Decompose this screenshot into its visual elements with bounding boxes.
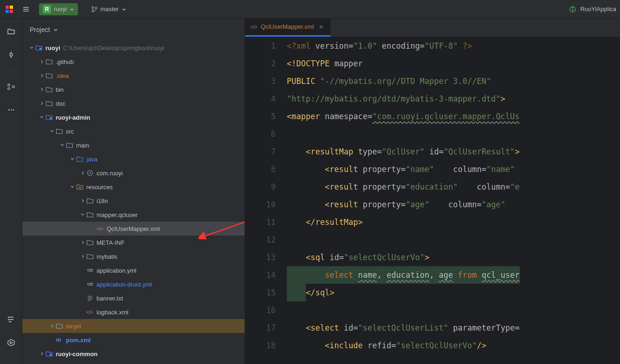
code-line[interactable]: <?xml version="1.0" encoding="UTF-8" ?> [287,37,620,55]
tree-row[interactable]: </>logback.xml [22,305,245,319]
svg-text:</>: </> [251,25,257,30]
tree-row[interactable]: resources [22,180,245,194]
tree-row[interactable]: banner.txt [22,291,245,305]
code-line[interactable] [287,231,620,249]
svg-point-16 [13,109,14,111]
project-panel: Project ruoyiC:\Users\qcl\Desktop\spring… [22,19,245,364]
tree-row[interactable]: META-INF [22,236,245,249]
svg-text:</>: </> [97,226,103,231]
svg-point-27 [90,269,93,272]
svg-point-26 [88,269,90,272]
chevron-down-icon [122,7,126,12]
svg-marker-18 [10,342,13,344]
xml-file-icon: </> [251,24,257,30]
project-tool-button[interactable] [4,24,19,39]
code-line[interactable]: </sql> [287,284,620,301]
code-line[interactable]: <result property="age" column="age" [287,196,620,213]
tree-row[interactable]: .idea [22,69,245,83]
svg-text:m: m [56,337,61,343]
editor-area: </> QclUserMapper.xml 123456789101112131… [245,19,620,364]
tree-row[interactable]: mybatis [22,249,245,263]
code-line[interactable]: </resultMap> [287,213,620,231]
branch-icon [91,6,97,13]
svg-rect-12 [8,88,10,89]
svg-rect-1 [6,6,9,9]
code-line[interactable]: select name, education, age from qcl_use… [287,266,620,284]
svg-rect-2 [10,6,13,9]
svg-rect-19 [39,48,41,50]
tree-row[interactable]: doc [22,96,245,110]
run-config-label[interactable]: RuoYiApplica [580,6,616,13]
svg-point-22 [90,172,91,174]
editor-body[interactable]: 123456789101112131415161718 <?xml versio… [245,37,620,364]
code-line[interactable]: <result property="name" column="name" [287,160,620,178]
svg-rect-4 [10,10,13,13]
branch-name-label: master [100,6,119,13]
close-tab-button[interactable] [317,23,325,31]
code-line[interactable] [287,125,620,143]
tree-row[interactable]: src [22,124,245,138]
editor-tab-label: QclUserMapper.xml [261,23,314,30]
tree-row[interactable]: com.ruoyi [22,166,245,180]
topbar: R ruoyi master RuoYiApplica [0,0,620,19]
tree-row[interactable]: main [22,138,245,152]
code-line[interactable]: PUBLIC "-//mybatis.org//DTD Mapper 3.0//… [287,72,620,90]
tool-window-rail [0,19,22,364]
services-tool-button[interactable] [4,335,19,350]
commit-tool-button[interactable] [4,47,19,62]
code-line[interactable]: <result property="education" column="e [287,178,620,196]
structure-tool-button[interactable] [4,79,19,94]
code-line[interactable]: <mapper namespace="com.ruoyi.qcluser.map… [287,108,620,125]
svg-rect-32 [50,354,52,356]
tree-row[interactable]: mpom.xml [22,333,245,347]
tree-row-root[interactable]: ruoyiC:\Users\qcl\Desktop\springboot\ruo… [22,41,245,55]
svg-point-7 [95,7,97,9]
tree-row[interactable]: application.yml [22,263,245,277]
svg-point-10 [10,53,13,56]
project-panel-header[interactable]: Project [22,19,245,41]
code-line[interactable]: <include refid="selectQclUserVo"/> [287,337,620,354]
tree-row[interactable]: target [22,319,245,333]
build-tool-button[interactable] [4,312,19,327]
tree-row[interactable]: java [22,152,245,166]
svg-point-6 [92,10,94,12]
ide-logo-icon [4,4,15,15]
svg-text:</>: </> [86,310,93,315]
code-line[interactable] [287,301,620,319]
run-config-icon[interactable] [569,6,576,13]
code-content[interactable]: <?xml version="1.0" encoding="UTF-8" ?><… [287,37,620,364]
code-line[interactable]: "http://mybatis.org/dtd/mybatis-3-mapper… [287,90,620,108]
svg-point-28 [88,283,90,286]
svg-rect-23 [78,187,81,188]
code-line[interactable]: <!DOCTYPE mapper [287,55,620,72]
tree-row[interactable]: .github [22,55,245,69]
more-tool-button[interactable] [4,102,19,117]
tree-row[interactable]: bin [22,83,245,96]
svg-marker-17 [8,339,14,346]
editor-tab[interactable]: </> QclUserMapper.xml [245,19,330,37]
git-branch-selector[interactable]: master [87,4,130,14]
code-line[interactable]: <select id="selectQclUserList" parameter… [287,319,620,337]
chevron-down-icon [70,7,74,12]
main-menu-button[interactable] [19,2,33,17]
line-number-gutter: 123456789101112131415161718 [245,37,287,364]
svg-point-14 [8,109,9,111]
code-line[interactable]: <sql id="selectQclUserVo"> [287,249,620,266]
tree-row[interactable]: mapper.qcluser [22,208,245,222]
chevron-down-icon [53,27,58,32]
tree-row[interactable]: ruoyi-common [22,347,245,361]
svg-rect-3 [6,10,9,13]
project-tree[interactable]: ruoyiC:\Users\qcl\Desktop\springboot\ruo… [22,41,245,364]
project-letter-badge: R [43,5,51,13]
tree-row[interactable]: application-druid.yml [22,277,245,291]
editor-tab-bar: </> QclUserMapper.xml [245,19,620,37]
tree-row[interactable]: i18n [22,194,245,208]
project-selector[interactable]: R ruoyi [39,3,78,15]
tree-row[interactable]: </>QclUserMapper.xml [22,222,245,236]
svg-rect-11 [8,84,10,86]
svg-point-5 [92,6,94,8]
tree-row[interactable]: ruoyi-admin [22,110,245,124]
code-line[interactable]: <resultMap type="QclUser" id="QclUserRes… [287,143,620,160]
project-name-label: ruoyi [54,6,67,13]
svg-rect-20 [50,117,52,119]
